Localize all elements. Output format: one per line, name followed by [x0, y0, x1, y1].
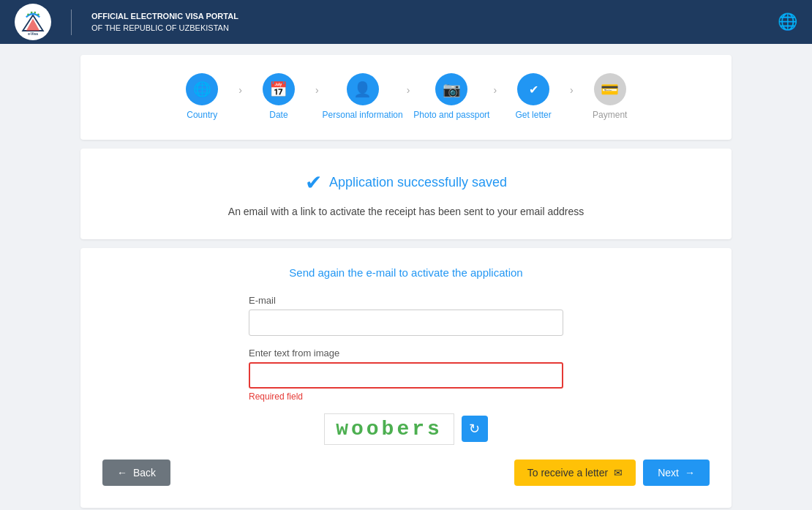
step-personal-label: Personal information [323, 110, 403, 121]
step-letter[interactable]: ✔ Get letter [500, 73, 566, 121]
steps-container: 🌐 Country › 📅 Date › 👤 Personal informat… [102, 73, 710, 121]
step-country-icon: 🌐 [186, 73, 218, 105]
logo: e-Visa [15, 4, 51, 40]
captcha-image-area: woobers ↻ [102, 413, 710, 445]
step-personal-icon: 👤 [347, 73, 379, 105]
next-button[interactable]: Next → [643, 460, 710, 486]
step-date[interactable]: 📅 Date [246, 73, 312, 121]
svg-point-4 [31, 12, 33, 14]
email-input[interactable] [249, 310, 563, 336]
arrow-4: › [493, 84, 497, 96]
steps-card: 🌐 Country › 📅 Date › 👤 Personal informat… [80, 55, 732, 140]
captcha-refresh-button[interactable]: ↻ [462, 416, 488, 442]
step-date-icon: 📅 [263, 73, 295, 105]
back-arrow-icon: ← [117, 467, 127, 479]
header: e-Visa OFFICIAL ELECTRONIC VISA PORTAL O… [0, 0, 812, 44]
next-arrow-icon: → [685, 467, 695, 479]
step-photo-icon: 📷 [435, 73, 467, 105]
arrow-5: › [570, 84, 574, 96]
email-label: E-mail [249, 295, 563, 306]
header-text: OFFICIAL ELECTRONIC VISA PORTAL OF THE R… [91, 10, 238, 34]
success-card: ✔ Application successfully saved An emai… [80, 149, 732, 239]
next-button-label: Next [658, 467, 679, 479]
arrow-3: › [407, 84, 410, 96]
step-country[interactable]: 🌐 Country [169, 73, 235, 121]
receive-letter-button[interactable]: To receive a letter ✉ [514, 460, 636, 486]
svg-point-5 [34, 12, 36, 14]
captcha-image: woobers [324, 413, 454, 445]
header-divider [71, 10, 72, 35]
captcha-label: Enter text from image [249, 348, 563, 359]
captcha-field-group: Enter text from image Required field [249, 348, 563, 402]
back-button[interactable]: ← Back [102, 460, 170, 486]
step-personal[interactable]: 👤 Personal information [323, 73, 403, 121]
email-icon: ✉ [614, 467, 623, 479]
logo-area: e-Visa OFFICIAL ELECTRONIC VISA PORTAL O… [15, 4, 238, 40]
svg-point-3 [27, 14, 29, 16]
back-button-label: Back [133, 467, 156, 479]
success-checkmark-icon: ✔ [305, 170, 322, 195]
svg-point-6 [37, 14, 40, 16]
success-title-text: Application successfully saved [329, 175, 507, 190]
arrow-1: › [238, 84, 242, 96]
email-field-group: E-mail [249, 295, 563, 336]
step-payment[interactable]: 💳 Payment [577, 73, 643, 121]
success-description: An email with a link to activate the rec… [102, 206, 710, 217]
svg-text:e-Visa: e-Visa [28, 32, 38, 36]
captcha-input[interactable] [249, 362, 563, 389]
step-payment-label: Payment [593, 110, 627, 121]
main-content: 🌐 Country › 📅 Date › 👤 Personal informat… [0, 44, 812, 510]
arrow-2: › [315, 84, 319, 96]
step-letter-label: Get letter [515, 110, 551, 121]
globe-icon[interactable]: 🌐 [778, 12, 797, 31]
step-payment-icon: 💳 [594, 73, 626, 105]
step-date-label: Date [269, 110, 287, 121]
step-photo[interactable]: 📷 Photo and passport [413, 73, 489, 121]
success-title-area: ✔ Application successfully saved [102, 170, 710, 195]
letter-button-label: To receive a letter [527, 467, 609, 479]
step-letter-icon: ✔ [517, 73, 549, 105]
footer-bar: ← Back To receive a letter ✉ Next → [102, 460, 710, 486]
form-card: Send again the e-mail to activate the ap… [80, 248, 732, 508]
captcha-error-message: Required field [249, 391, 563, 402]
step-country-label: Country [187, 110, 217, 121]
right-button-group: To receive a letter ✉ Next → [514, 460, 710, 486]
form-section-title: Send again the e-mail to activate the ap… [102, 266, 710, 279]
step-photo-label: Photo and passport [413, 110, 489, 121]
